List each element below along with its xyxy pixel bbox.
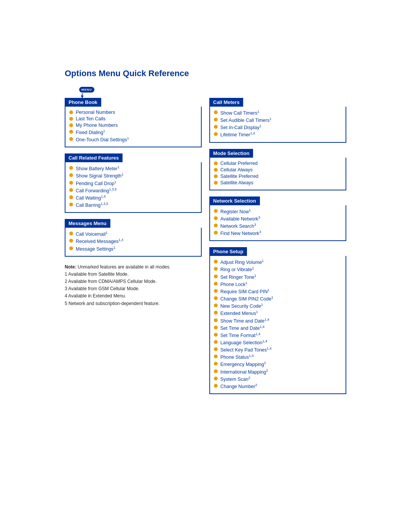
list-item: Call Voicemail1	[69, 231, 197, 237]
network-selection-content: Register Now1 Available Network3 Network…	[209, 205, 346, 241]
page-container: Options Menu Quick Reference MENU Phone …	[65, 69, 346, 400]
menu-arrow	[82, 93, 83, 98]
note-4: 4 Available in Extended Menu.	[65, 292, 202, 300]
item-label: One-Touch Dial Settings1	[76, 136, 129, 142]
list-item: Message Settings1	[69, 246, 197, 252]
list-item: Satellite Preferred	[214, 174, 342, 179]
bullet-icon	[214, 311, 218, 315]
item-label: Last Ten Calls	[76, 116, 105, 121]
phone-book-header: Phone Book	[65, 98, 101, 107]
item-label: Received Messages1,3	[76, 238, 123, 244]
bullet-icon	[214, 181, 218, 185]
bullet-icon	[69, 203, 73, 206]
item-label: Pending Call Drop1	[76, 180, 116, 186]
messages-header: Messages Menu	[65, 219, 110, 228]
phone-setup-list: Adjust Ring Volume1 Ring or Vibrate1 Set…	[214, 259, 342, 389]
list-item: Show Call Timers1	[214, 110, 342, 116]
section-mode-selection: Mode Selection Cellular Preferred Cellul…	[209, 149, 346, 190]
item-label: Call Forwarding1,3,5	[76, 187, 117, 193]
list-item: Show Battery Meter1	[69, 165, 197, 171]
bullet-icon	[214, 161, 218, 165]
list-item: Available Network3	[214, 216, 342, 222]
list-item: Require SIM Card PIN1	[214, 288, 342, 294]
bullet-icon	[69, 239, 73, 243]
list-item: Fixed Dialing1	[69, 129, 197, 135]
item-label: Available Network3	[220, 216, 260, 222]
bullet-icon	[214, 384, 218, 388]
bullet-icon	[214, 168, 218, 172]
item-label: Adjust Ring Volume1	[220, 259, 264, 265]
bullet-icon	[69, 117, 73, 121]
list-item: Set In-Call Display1	[214, 124, 342, 130]
bullet-icon	[214, 304, 218, 307]
bullet-icon	[214, 347, 218, 351]
bullet-icon	[214, 326, 218, 329]
item-label: Ring or Vibrate1	[220, 266, 254, 272]
list-item: Extended Menus1	[214, 310, 342, 316]
item-label: Set In-Call Display1	[220, 124, 261, 130]
list-item: Select Key Pad Tones1,4	[214, 347, 342, 353]
list-item: Call Barring1,3,5	[69, 202, 197, 208]
call-meters-list: Show Call Timers1 Set Audible Call Timer…	[214, 110, 342, 138]
messages-content: Call Voicemail1 Received Messages1,3 Mes…	[65, 228, 202, 256]
note-5: 5 Network and subscription-dependent fea…	[65, 300, 202, 307]
list-item: Change Number2	[214, 383, 342, 389]
bullet-icon	[69, 232, 73, 235]
main-grid: Phone Book Personal Numbers Last Ten Cal…	[65, 98, 346, 400]
item-label: Phone Status1,4	[220, 354, 254, 360]
bullet-icon	[214, 289, 218, 293]
right-column: Call Meters Show Call Timers1 Set Audibl…	[206, 98, 346, 400]
item-label: Set Audible Call Timers1	[220, 117, 271, 123]
item-label: Phone Lock1	[220, 281, 247, 287]
item-label: Find New Network3	[220, 230, 261, 236]
bullet-icon	[69, 173, 73, 177]
note-3: 3 Available from GSM Cellular Mode.	[65, 285, 202, 292]
notes-section: Note: Unmarked features are available in…	[65, 264, 202, 307]
section-phone-setup: Phone Setup Adjust Ring Volume1 Ring or …	[209, 247, 346, 394]
bullet-icon	[214, 296, 218, 300]
item-label: Require SIM Card PIN1	[220, 288, 269, 294]
mode-selection-list: Cellular Preferred Cellular Always Satel…	[214, 161, 342, 185]
item-label: Select Key Pad Tones1,4	[220, 347, 272, 353]
list-item: Language Selection1,4	[214, 339, 342, 345]
item-label: Change Number2	[220, 383, 257, 389]
list-item: New Security Code1	[214, 303, 342, 309]
item-label: Call Voicemail1	[76, 231, 108, 237]
bullet-icon	[214, 355, 218, 358]
bullet-icon	[214, 260, 218, 264]
call-related-list: Show Battery Meter1 Show Signal Strength…	[69, 165, 197, 208]
list-item: Emergency Mapping2	[214, 361, 342, 367]
bullet-icon	[69, 130, 73, 134]
bullet-icon	[69, 110, 73, 114]
section-network-selection: Network Selection Register Now1 Availabl…	[209, 197, 346, 241]
item-label: International Mapping2	[220, 369, 268, 375]
mode-selection-content: Cellular Preferred Cellular Always Satel…	[209, 158, 346, 190]
bullet-icon	[214, 216, 218, 220]
bullet-icon	[214, 110, 218, 114]
list-item: Show Time and Date1,4	[214, 318, 342, 324]
list-item: Register Now1	[214, 208, 342, 214]
bullet-icon	[214, 132, 218, 136]
list-item: Pending Call Drop1	[69, 180, 197, 186]
bullet-icon	[214, 174, 218, 178]
item-label: Show Call Timers1	[220, 110, 259, 116]
list-item: Network Search3	[214, 223, 342, 229]
list-item: One-Touch Dial Settings1	[69, 136, 197, 142]
mode-selection-header: Mode Selection	[209, 149, 253, 158]
bullet-icon	[214, 224, 218, 227]
call-related-content: Show Battery Meter1 Show Signal Strength…	[65, 162, 202, 213]
item-label: Call Waiting1,5	[76, 195, 106, 201]
item-label: My Phone Numbers	[76, 123, 118, 128]
item-label: Show Time and Date1,4	[220, 318, 269, 324]
item-label: Language Selection1,4	[220, 339, 267, 345]
left-column: Phone Book Personal Numbers Last Ten Cal…	[65, 98, 206, 400]
list-item: Call Forwarding1,3,5	[69, 187, 197, 193]
list-item: System Scan2	[214, 376, 342, 382]
item-label: Satellite Preferred	[220, 174, 258, 179]
list-item: Call Waiting1,5	[69, 195, 197, 201]
item-label: Cellular Preferred	[220, 161, 258, 166]
item-label: Set Time and Date1,4	[220, 325, 264, 331]
bullet-icon	[214, 377, 218, 380]
bullet-icon	[69, 246, 73, 250]
call-related-header: Call Related Features	[65, 153, 123, 162]
